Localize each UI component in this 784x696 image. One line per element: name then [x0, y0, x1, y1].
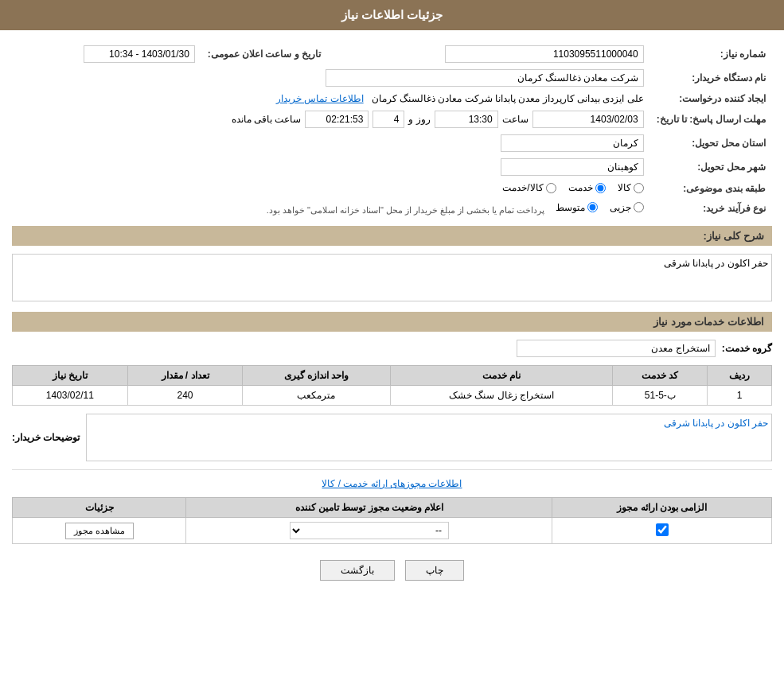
- perm-required-cell: [552, 518, 772, 544]
- separator-1: [12, 469, 772, 470]
- category-radio-both[interactable]: [546, 183, 556, 193]
- city-label: شهر محل تحویل:: [650, 155, 772, 179]
- need-desc-header: شرح کلی نیاز:: [12, 226, 772, 246]
- row-code: ب-5-51: [613, 386, 708, 406]
- category-label: طبقه بندی موضوعی:: [650, 179, 772, 199]
- process-notice: پرداخت تمام یا بخشی از مبلغ خریدار از مح…: [267, 204, 545, 214]
- buyer-org-input[interactable]: [326, 69, 644, 87]
- send-time-label: ساعت: [502, 114, 529, 125]
- need-number-value: [327, 42, 650, 66]
- view-permit-button[interactable]: مشاهده مجوز: [65, 523, 134, 539]
- city-value: [12, 155, 650, 179]
- process-radio-motavast[interactable]: [587, 202, 598, 212]
- need-desc-section: شرح کلی نیاز: حفر اکلون در پابدانا شرقی: [12, 226, 772, 304]
- process-radio-jozi[interactable]: [634, 202, 644, 212]
- announce-value: [12, 42, 201, 66]
- permissions-table: الزامی بودن ارائه مجوز اعلام وضعیت مجوز …: [12, 497, 772, 544]
- announce-input[interactable]: [84, 45, 195, 63]
- send-remaining-input[interactable]: [305, 111, 369, 128]
- send-date-input[interactable]: [532, 111, 644, 128]
- perm-col-details: جزئیات: [13, 498, 186, 518]
- row-num: 1: [708, 386, 772, 406]
- back-button[interactable]: بازگشت: [320, 560, 395, 581]
- page-title: جزئیات اطلاعات نیاز: [0, 0, 784, 30]
- content-area: شماره نیاز: تاریخ و ساعت اعلان عمومی: نا…: [0, 30, 784, 601]
- col-code: کد خدمت: [613, 366, 708, 386]
- category-options: کالا خدمت کالا/خدمت: [12, 179, 650, 199]
- print-button[interactable]: چاپ: [405, 560, 464, 581]
- requester-label: ایجاد کننده درخواست:: [650, 90, 772, 107]
- perm-table-row: -- مشاهده مجوز: [13, 518, 772, 544]
- process-row: جزیی متوسط پرداخت تمام یا بخشی از مبلغ خ…: [12, 199, 650, 219]
- requester-text: علی ایزدی بیدانی کارپرداز معدن پابدانا ش…: [372, 93, 644, 104]
- send-deadline-label: مهلت ارسال پاسخ: تا تاریخ:: [650, 107, 772, 131]
- category-both-label: کالا/خدمت: [502, 182, 543, 193]
- province-input[interactable]: [501, 134, 644, 152]
- perm-status-cell: --: [186, 518, 552, 544]
- need-desc-watermark-area: حفر اکلون در پابدانا شرقی: [12, 254, 772, 304]
- category-radio-kala[interactable]: [634, 183, 644, 193]
- buttons-row: چاپ بازگشت: [12, 560, 772, 581]
- permissions-section-header[interactable]: اطلاعات مجوزهای ارائه خدمت / کالا: [322, 478, 462, 489]
- row-qty: 240: [127, 386, 243, 406]
- send-time-input[interactable]: [435, 111, 498, 128]
- process-jozi-label: جزیی: [610, 202, 631, 213]
- col-qty: تعداد / مقدار: [127, 366, 243, 386]
- need-number-label: شماره نیاز:: [650, 42, 772, 66]
- buyer-notes-label: توضیحات خریدار:: [12, 432, 80, 443]
- service-group-input[interactable]: [517, 340, 716, 357]
- perm-details-cell: مشاهده مجوز: [13, 518, 186, 544]
- buyer-org-value: [12, 66, 650, 90]
- requester-value: علی ایزدی بیدانی کارپرداز معدن پابدانا ش…: [12, 90, 650, 107]
- col-row: ردیف: [708, 366, 772, 386]
- buyer-org-label: نام دستگاه خریدار:: [650, 66, 772, 90]
- buyer-notes-section: حفر اکلون در پابدانا شرقی توضیحات خریدار…: [12, 414, 772, 461]
- services-info-header: اطلاعات خدمات مورد نیاز: [12, 312, 772, 332]
- need-number-input[interactable]: [445, 45, 644, 63]
- perm-col-required: الزامی بودن ارائه مجوز: [552, 498, 772, 518]
- send-days-label: روز و: [408, 114, 430, 125]
- need-desc-textarea[interactable]: حفر اکلون در پابدانا شرقی: [12, 254, 772, 301]
- send-remaining-label: ساعت باقی مانده: [232, 114, 302, 125]
- process-label: نوع فرآیند خرید:: [650, 199, 772, 219]
- row-date: 1403/02/11: [13, 386, 128, 406]
- page-wrapper: جزئیات اطلاعات نیاز شماره نیاز: تاریخ و …: [0, 0, 784, 696]
- city-input[interactable]: [501, 158, 644, 176]
- process-motavast-label: متوسط: [556, 202, 585, 213]
- perm-status-select[interactable]: --: [290, 522, 449, 539]
- service-group-label: گروه خدمت:: [722, 343, 772, 354]
- announce-label: تاریخ و ساعت اعلان عمومی:: [201, 42, 327, 66]
- main-info-table: شماره نیاز: تاریخ و ساعت اعلان عمومی: نا…: [12, 42, 772, 218]
- table-row: 1 ب-5-51 استخراج زغال سنگ خشک مترمکعب 24…: [13, 386, 772, 406]
- send-deadline-row: ساعت روز و ساعت باقی مانده: [12, 107, 650, 131]
- province-value: [12, 131, 650, 155]
- buyer-notes-row: حفر اکلون در پابدانا شرقی توضیحات خریدار…: [12, 414, 772, 461]
- category-radio-khedmat[interactable]: [595, 183, 606, 193]
- col-date: تاریخ نیاز: [13, 366, 128, 386]
- col-name: نام خدمت: [390, 366, 613, 386]
- col-unit: واحد اندازه گیری: [243, 366, 390, 386]
- service-group-row: گروه خدمت:: [12, 340, 772, 357]
- perm-col-status: اعلام وضعیت مجوز توسط تامین کننده: [186, 498, 552, 518]
- buyer-notes-textarea[interactable]: حفر اکلون در پابدانا شرقی: [86, 414, 772, 461]
- province-label: استان محل تحویل:: [650, 131, 772, 155]
- category-kala-label: کالا: [618, 182, 631, 193]
- services-table: ردیف کد خدمت نام خدمت واحد اندازه گیری ت…: [12, 365, 772, 406]
- row-unit: مترمکعب: [243, 386, 390, 406]
- requester-contact-link[interactable]: اطلاعات تماس خریدار: [276, 93, 364, 104]
- perm-required-checkbox[interactable]: [656, 523, 669, 536]
- send-days-input[interactable]: [372, 111, 404, 128]
- category-khedmat-label: خدمت: [568, 182, 593, 193]
- row-name: استخراج زغال سنگ خشک: [390, 386, 613, 406]
